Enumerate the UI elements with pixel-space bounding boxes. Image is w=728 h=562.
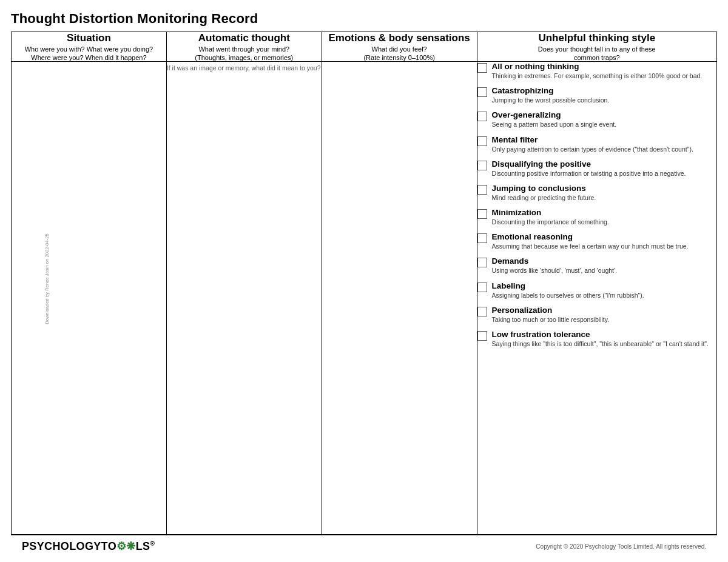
thinking-desc-11: Saying things like "this is too difficul… bbox=[492, 340, 709, 348]
thinking-title-4: Disqualifying the positive bbox=[492, 159, 686, 169]
main-table: Situation Who were you with? What were y… bbox=[11, 32, 717, 535]
thinking-title-0: All or nothing thinking bbox=[492, 62, 703, 71]
checkbox-6[interactable] bbox=[477, 209, 487, 219]
header-unhelpful: Unhelpful thinking style Does your thoug… bbox=[477, 32, 716, 62]
footer-logo: PSYCHOLOGYTO⚙❋LS® bbox=[22, 540, 155, 553]
thinking-item: Mental filter Only paying attention to c… bbox=[477, 135, 716, 153]
page-title: Thought Distortion Monitoring Record bbox=[11, 6, 717, 32]
watermark: Downloaded by Renee Josin on 2022-04-25 bbox=[44, 233, 50, 324]
thinking-text-10: Personalization Taking too much or too l… bbox=[492, 306, 610, 324]
thinking-title-7: Emotional reasoning bbox=[492, 232, 689, 241]
thinking-text-2: Over-generalizing Seeing a pattern based… bbox=[492, 110, 617, 129]
thinking-title-8: Demands bbox=[492, 256, 617, 266]
thinking-item: Emotional reasoning Assuming that becaus… bbox=[477, 232, 716, 250]
thinking-title-1: Catastrophizing bbox=[492, 86, 610, 95]
thinking-desc-6: Discounting the importance of something. bbox=[492, 218, 609, 226]
thinking-text-7: Emotional reasoning Assuming that becaus… bbox=[492, 232, 689, 250]
checkbox-0[interactable] bbox=[477, 63, 487, 73]
thinking-desc-5: Mind reading or predicting the future. bbox=[492, 193, 596, 202]
thinking-title-3: Mental filter bbox=[492, 135, 693, 144]
thinking-desc-9: Assigning labels to ourselves or others … bbox=[492, 291, 644, 299]
thinking-title-5: Jumping to conclusions bbox=[492, 184, 596, 193]
header-emotions: Emotions & body sensations What did you … bbox=[322, 32, 477, 62]
checkbox-5[interactable] bbox=[477, 185, 487, 195]
thinking-item: Catastrophizing Jumping to the worst pos… bbox=[477, 86, 716, 104]
footer-copyright: Copyright © 2020 Psychology Tools Limite… bbox=[536, 543, 706, 550]
checkbox-4[interactable] bbox=[477, 161, 487, 170]
thinking-text-1: Catastrophizing Jumping to the worst pos… bbox=[492, 86, 610, 104]
thinking-desc-1: Jumping to the worst possible conclusion… bbox=[492, 96, 610, 104]
thinking-text-5: Jumping to conclusions Mind reading or p… bbox=[492, 184, 596, 202]
auto-thought-note: If it was an image or memory, what did i… bbox=[167, 64, 321, 72]
thinking-title-11: Low frustration tolerance bbox=[492, 330, 709, 339]
header-auto-thought: Automatic thought What went through your… bbox=[166, 32, 322, 62]
checkbox-10[interactable] bbox=[477, 307, 487, 316]
thinking-item: Minimization Discounting the importance … bbox=[477, 208, 716, 226]
header-situation: Situation Who were you with? What were y… bbox=[12, 32, 167, 62]
thinking-desc-8: Using words like 'should', 'must', and '… bbox=[492, 266, 617, 275]
checkbox-11[interactable] bbox=[477, 331, 487, 341]
thinking-item: Over-generalizing Seeing a pattern based… bbox=[477, 110, 716, 129]
thinking-title-10: Personalization bbox=[492, 306, 610, 315]
unhelpful-cell: All or nothing thinking Thinking in extr… bbox=[477, 62, 716, 535]
thinking-title-6: Minimization bbox=[492, 208, 609, 217]
emotions-cell bbox=[322, 62, 477, 535]
thinking-desc-0: Thinking in extremes. For example, somet… bbox=[492, 72, 703, 80]
thinking-item: Disqualifying the positive Discounting p… bbox=[477, 159, 716, 178]
logo-text: PSYCHOLOGYTO⚙❋LS® bbox=[22, 540, 155, 553]
thinking-desc-10: Taking too much or too little responsibi… bbox=[492, 315, 610, 324]
checkbox-9[interactable] bbox=[477, 283, 487, 292]
thinking-desc-2: Seeing a pattern based upon a single eve… bbox=[492, 120, 617, 129]
thinking-desc-7: Assuming that because we feel a certain … bbox=[492, 242, 689, 250]
thinking-text-9: Labeling Assigning labels to ourselves o… bbox=[492, 281, 644, 299]
thinking-desc-4: Discounting positive information or twis… bbox=[492, 169, 686, 178]
checkbox-2[interactable] bbox=[477, 112, 487, 121]
checkbox-3[interactable] bbox=[477, 136, 487, 146]
auto-thought-cell: If it was an image or memory, what did i… bbox=[166, 62, 322, 535]
thinking-item: Personalization Taking too much or too l… bbox=[477, 306, 716, 324]
thinking-text-0: All or nothing thinking Thinking in extr… bbox=[492, 62, 703, 80]
checkbox-7[interactable] bbox=[477, 233, 487, 243]
checkbox-1[interactable] bbox=[477, 87, 487, 97]
thinking-text-8: Demands Using words like 'should', 'must… bbox=[492, 256, 617, 275]
thinking-item: Demands Using words like 'should', 'must… bbox=[477, 256, 716, 275]
thinking-text-11: Low frustration tolerance Saying things … bbox=[492, 330, 709, 348]
footer: PSYCHOLOGYTO⚙❋LS® Copyright © 2020 Psych… bbox=[11, 535, 717, 557]
thinking-desc-3: Only paying attention to certain types o… bbox=[492, 145, 693, 153]
thinking-text-4: Disqualifying the positive Discounting p… bbox=[492, 159, 686, 178]
thinking-item: Jumping to conclusions Mind reading or p… bbox=[477, 184, 716, 202]
thinking-item: Low frustration tolerance Saying things … bbox=[477, 330, 716, 348]
thinking-text-3: Mental filter Only paying attention to c… bbox=[492, 135, 693, 153]
situation-cell bbox=[12, 62, 167, 535]
thinking-title-9: Labeling bbox=[492, 281, 644, 290]
checkbox-8[interactable] bbox=[477, 258, 487, 267]
thinking-text-6: Minimization Discounting the importance … bbox=[492, 208, 609, 226]
thinking-item: Labeling Assigning labels to ourselves o… bbox=[477, 281, 716, 299]
thinking-title-2: Over-generalizing bbox=[492, 110, 617, 119]
thinking-item: All or nothing thinking Thinking in extr… bbox=[477, 62, 716, 80]
